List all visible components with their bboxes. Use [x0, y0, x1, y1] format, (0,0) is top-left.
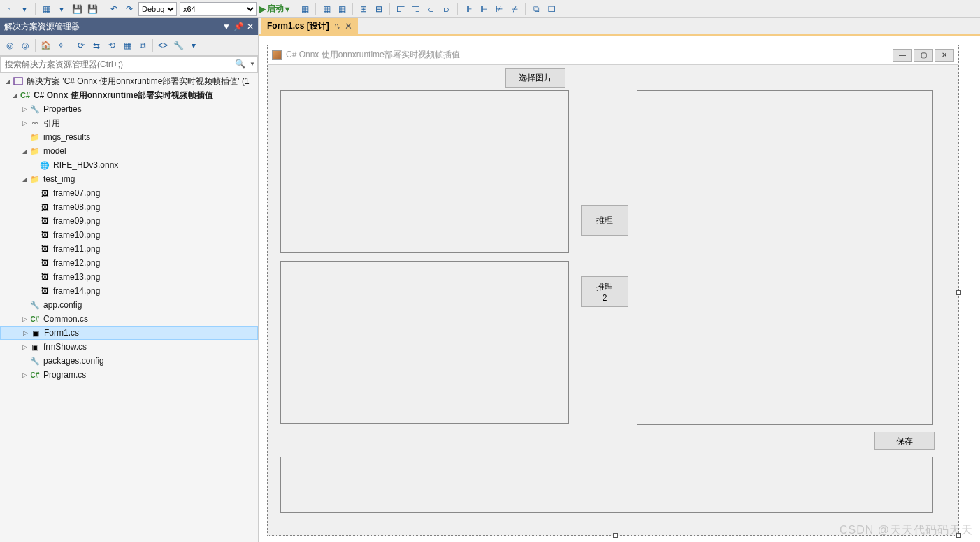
showall-icon[interactable]: ▦: [120, 38, 134, 52]
expander-icon[interactable]: ◢: [3, 78, 13, 85]
back-icon[interactable]: ◎: [3, 38, 17, 52]
document-tabs: Form1.cs [设计] ⭛ ✕: [259, 18, 980, 36]
collapse-icon[interactable]: ⟲: [105, 38, 119, 52]
expander-icon[interactable]: ▷: [20, 343, 29, 350]
code-icon[interactable]: <>: [156, 38, 170, 52]
design-surface[interactable]: C# Onnx 使用onnxruntime部署实时视频帧插值 — ▢ ✕ 选择图…: [259, 36, 980, 542]
expander-icon[interactable]: ▷: [20, 120, 29, 127]
home-icon[interactable]: 🏠: [38, 38, 52, 52]
tree-file-image[interactable]: 🖼frame14.png: [0, 284, 258, 298]
align-icon[interactable]: ▦: [320, 3, 333, 15]
log-textbox[interactable]: [280, 457, 933, 513]
platform-dropdown[interactable]: x64: [180, 2, 257, 16]
picturebox-2[interactable]: [280, 261, 569, 424]
spacing1-icon[interactable]: ⊪: [462, 3, 475, 15]
scope-icon[interactable]: ✧: [54, 38, 68, 52]
form-window[interactable]: C# Onnx 使用onnxruntime部署实时视频帧插值 — ▢ ✕ 选择图…: [267, 45, 959, 536]
more-icon[interactable]: ▾: [187, 38, 201, 52]
copy-icon[interactable]: ⧉: [136, 38, 150, 52]
tree-file-packages-config[interactable]: 🔧 packages.config: [0, 354, 258, 368]
tree-folder-imgs-results[interactable]: 📁 imgs_results: [0, 130, 258, 144]
tree-file-program-cs[interactable]: ▷ C# Program.cs: [0, 368, 258, 382]
config-dropdown[interactable]: Debug: [138, 2, 177, 16]
grid2-icon[interactable]: ⊟: [373, 3, 385, 15]
tree-file-image[interactable]: 🖼frame13.png: [0, 270, 258, 284]
picturebox-3[interactable]: [637, 90, 933, 425]
tree-file-form1-cs[interactable]: ▷ ▣ Form1.cs: [0, 326, 258, 340]
nav-fwd-icon[interactable]: ▾: [18, 3, 31, 15]
expander-icon[interactable]: ▷: [20, 315, 29, 322]
select-image-button[interactable]: 选择图片: [505, 68, 565, 88]
folder-icon: 📁: [29, 131, 41, 143]
tree-properties-node[interactable]: ▷ 🔧 Properties: [0, 102, 258, 116]
start-button[interactable]: ▶ 启动 ▾: [259, 3, 289, 15]
tree-file-image[interactable]: 🖼frame08.png: [0, 200, 258, 214]
save-button[interactable]: 保存: [874, 432, 935, 450]
spacing3-icon[interactable]: ⊬: [493, 3, 505, 15]
close-icon[interactable]: ✕: [345, 21, 352, 31]
sync-icon[interactable]: ⇆: [89, 38, 103, 52]
layout4-icon[interactable]: ⫐: [440, 3, 453, 15]
resize-handle-right[interactable]: [956, 290, 961, 295]
open-icon[interactable]: ▾: [55, 3, 68, 15]
tree-solution-node[interactable]: ◢ 解决方案 'C# Onnx 使用onnxruntime部署实时视频帧插值' …: [0, 74, 258, 88]
tree-file-image[interactable]: 🖼frame11.png: [0, 242, 258, 256]
tree-file-image[interactable]: 🖼frame07.png: [0, 186, 258, 200]
tree-file-image[interactable]: 🖼frame12.png: [0, 256, 258, 270]
image-icon: 🖼: [39, 229, 50, 241]
toolbox-icon[interactable]: ▦: [298, 3, 311, 15]
properties-icon[interactable]: 🔧: [171, 38, 185, 52]
close-button[interactable]: ✕: [935, 49, 954, 62]
search-icon[interactable]: 🔍: [235, 59, 245, 69]
order1-icon[interactable]: ⧉: [530, 3, 542, 15]
tree-file-appconfig[interactable]: 🔧 app.config: [0, 298, 258, 312]
panel-pin-icon[interactable]: 📌: [233, 22, 244, 31]
layout2-icon[interactable]: ⫎: [410, 3, 422, 15]
expander-icon[interactable]: ▷: [20, 106, 29, 113]
expander-icon[interactable]: ◢: [10, 92, 20, 99]
spacing4-icon[interactable]: ⊭: [508, 3, 521, 15]
new-icon[interactable]: ▦: [40, 3, 52, 15]
tab-form1-design[interactable]: Form1.cs [设计] ⭛ ✕: [261, 18, 358, 34]
redo-icon[interactable]: ↷: [123, 3, 136, 15]
layout3-icon[interactable]: ⫏: [425, 3, 438, 15]
pin-icon[interactable]: ⭛: [333, 22, 340, 30]
spacing2-icon[interactable]: ⊫: [477, 3, 490, 15]
tree-folder-test-img[interactable]: ◢ 📁 test_img: [0, 172, 258, 186]
search-input[interactable]: [0, 56, 258, 73]
panel-close-icon[interactable]: ✕: [247, 22, 254, 31]
resize-handle-bottom[interactable]: [613, 533, 618, 538]
solution-toolbar: ◎ ◎ 🏠 ✧ ⟳ ⇆ ⟲ ▦ ⧉ <> 🔧 ▾: [0, 35, 258, 56]
save-icon[interactable]: 💾: [71, 3, 83, 15]
tree-file-image[interactable]: 🖼frame10.png: [0, 228, 258, 242]
panel-dropdown-icon[interactable]: ▼: [222, 22, 231, 31]
image-icon: 🖼: [39, 257, 50, 269]
tree-references-node[interactable]: ▷ ▫▫ 引用: [0, 116, 258, 130]
undo-icon[interactable]: ↶: [108, 3, 120, 15]
grid-icon[interactable]: ⊞: [357, 3, 370, 15]
tree-file-frmshow-cs[interactable]: ▷ ▣ frmShow.cs: [0, 340, 258, 354]
refresh-icon[interactable]: ⟳: [74, 38, 88, 52]
minimize-button[interactable]: —: [893, 49, 912, 62]
expander-icon[interactable]: ▷: [20, 371, 29, 378]
tree-file-onnx[interactable]: 🌐 RIFE_HDv3.onnx: [0, 158, 258, 172]
maximize-button[interactable]: ▢: [914, 49, 933, 62]
picturebox-1[interactable]: [280, 90, 569, 253]
form-body: 选择图片 推理 推理2 保存: [268, 65, 958, 535]
expander-icon[interactable]: ▷: [20, 329, 30, 336]
search-dropdown-icon[interactable]: ▼: [250, 61, 255, 67]
tree-file-image[interactable]: 🖼frame09.png: [0, 214, 258, 228]
tree-folder-model[interactable]: ◢ 📁 model: [0, 144, 258, 158]
fwd-icon[interactable]: ◎: [18, 38, 32, 52]
expander-icon[interactable]: ◢: [20, 148, 29, 155]
tree-project-node[interactable]: ◢ C# C# Onnx 使用onnxruntime部署实时视频帧插值: [0, 88, 258, 102]
save-all-icon[interactable]: 💾: [86, 3, 99, 15]
align2-icon[interactable]: ▦: [336, 3, 348, 15]
expander-icon[interactable]: ◢: [20, 176, 29, 183]
order2-icon[interactable]: ⧠: [545, 3, 558, 15]
tree-file-common-cs[interactable]: ▷ C# Common.cs: [0, 312, 258, 326]
nav-back-icon[interactable]: ◦: [3, 3, 15, 15]
layout1-icon[interactable]: ⫍: [394, 3, 407, 15]
infer2-button[interactable]: 推理2: [581, 276, 628, 307]
infer-button[interactable]: 推理: [581, 205, 628, 236]
